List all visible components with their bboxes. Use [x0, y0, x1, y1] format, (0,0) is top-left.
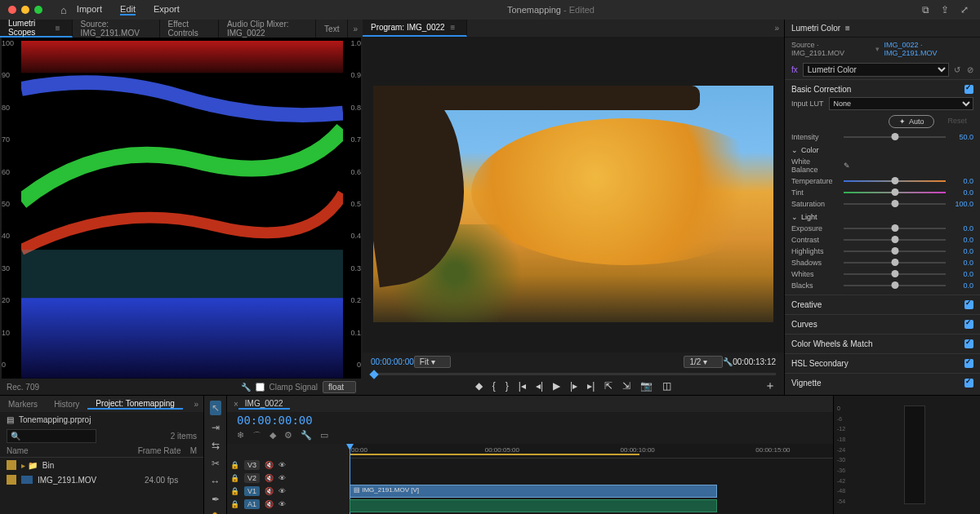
maximize-icon[interactable] — [34, 6, 42, 14]
col-name[interactable]: Name — [7, 446, 138, 455]
bypass-effect-icon[interactable]: ⊘ — [967, 65, 973, 74]
tab-project[interactable]: Project: Tonemapping — [87, 399, 183, 410]
effect-name-dropdown[interactable]: Lumetri Color — [803, 63, 949, 77]
param-value[interactable]: 0.0 — [951, 270, 973, 278]
param-slider[interactable] — [844, 239, 946, 241]
section-header[interactable]: Curves — [791, 320, 817, 329]
section-header[interactable]: Color Wheels & Match — [791, 339, 872, 348]
section-toggle[interactable] — [964, 320, 973, 329]
param-slider[interactable] — [844, 203, 946, 205]
param-value[interactable]: 0.0 — [951, 247, 973, 255]
param-value[interactable]: 0.0 — [951, 281, 973, 290]
pen-tool-icon[interactable]: ✒ — [212, 494, 220, 505]
wrench-icon[interactable]: 🔧 — [301, 430, 312, 442]
settings-wrench-icon[interactable]: 🔧 — [723, 357, 733, 366]
razor-tool-icon[interactable]: ✂ — [212, 458, 220, 469]
go-to-out-icon[interactable]: ▸| — [587, 380, 595, 392]
program-monitor[interactable] — [363, 37, 784, 352]
out-point-icon[interactable]: } — [506, 380, 509, 392]
time-ruler[interactable]: 00:00 00:00:05:00 00:00:10:00 00:00:15:0… — [350, 444, 833, 459]
snap-icon[interactable]: ❄ — [237, 430, 244, 442]
section-toggle[interactable] — [964, 359, 973, 368]
param-slider[interactable] — [844, 192, 946, 193]
project-search-input[interactable] — [7, 429, 96, 443]
resolution-dropdown[interactable]: 1/2 ▾ — [684, 356, 723, 368]
auto-button[interactable]: ✦Auto — [889, 115, 935, 128]
track-header[interactable]: 🔒V3🔇👁 — [227, 459, 350, 472]
tab-audio-mixer[interactable]: Audio Clip Mixer: IMG_0022 — [219, 20, 316, 38]
track-header[interactable]: 🔒V2🔇👁 — [227, 472, 350, 485]
clamp-signal-checkbox[interactable] — [256, 383, 265, 392]
comparison-icon[interactable]: ◫ — [662, 380, 671, 392]
tab-history[interactable]: History — [46, 400, 87, 409]
extract-icon[interactable]: ⇲ — [622, 380, 630, 392]
sequence-tab[interactable]: IMG_0022 — [238, 399, 290, 410]
step-back-icon[interactable]: ◂| — [536, 380, 543, 392]
tab-markers[interactable]: Markers — [0, 400, 46, 409]
menu-import[interactable]: Import — [77, 4, 102, 16]
project-item[interactable]: IMG_2191.MOV24.00 fps — [0, 472, 203, 487]
track-header[interactable]: 🔒V1🔇👁 — [227, 485, 350, 498]
param-slider[interactable] — [844, 228, 946, 229]
bit-depth-dropdown[interactable]: float — [323, 381, 356, 393]
param-slider[interactable] — [844, 285, 946, 286]
play-icon[interactable]: ▶ — [553, 380, 560, 392]
panel-overflow-icon[interactable]: » — [348, 24, 363, 33]
home-icon[interactable]: ⌂ — [60, 4, 67, 16]
lift-icon[interactable]: ⇱ — [604, 380, 612, 392]
track-select-icon[interactable]: ⇥ — [212, 422, 220, 433]
project-item[interactable]: ▸ 📁Bin — [0, 458, 203, 472]
wrench-icon[interactable]: 🔧 — [241, 383, 251, 392]
col-framerate[interactable]: Frame Rate — [138, 446, 190, 455]
close-icon[interactable] — [8, 6, 16, 14]
param-value[interactable]: 100.0 — [951, 200, 973, 208]
step-forward-icon[interactable]: |▸ — [570, 380, 577, 392]
basic-correction-toggle[interactable] — [964, 85, 973, 94]
reset-effect-icon[interactable]: ↺ — [954, 65, 960, 74]
slip-tool-icon[interactable]: ↔ — [211, 476, 220, 487]
tab-source[interactable]: Source: IMG_2191.MOV — [73, 20, 160, 38]
param-value[interactable]: 0.0 — [951, 188, 973, 197]
param-slider[interactable] — [844, 262, 946, 264]
minimize-icon[interactable] — [21, 6, 29, 14]
export-frame-icon[interactable]: 📷 — [640, 380, 653, 392]
tab-lumetri-scopes[interactable]: Lumetri Scopes ≡ — [0, 20, 73, 38]
track-header[interactable]: 🔒A1🔇👁 — [227, 498, 350, 511]
caption-icon[interactable]: ▭ — [320, 430, 328, 442]
linked-selection-icon[interactable]: ⌒ — [252, 430, 261, 442]
eyedropper-icon[interactable]: ✎ — [844, 162, 850, 170]
basic-correction-header[interactable]: Basic Correction — [791, 85, 851, 94]
timeline-tracks[interactable]: 00:00 00:00:05:00 00:00:10:00 00:00:15:0… — [350, 444, 833, 514]
param-slider[interactable] — [844, 250, 946, 252]
panel-overflow-icon[interactable]: » — [189, 400, 203, 409]
share-icon[interactable]: ⇪ — [941, 4, 949, 16]
video-clip[interactable]: ▤ IMG_2191.MOV [V] — [350, 485, 717, 498]
button-editor-icon[interactable]: ＋ — [764, 379, 776, 393]
caret-down-icon[interactable]: ⌄ — [791, 213, 798, 221]
reset-button[interactable]: Reset — [941, 115, 973, 128]
settings-icon[interactable]: ⚙ — [284, 430, 292, 442]
intensity-value[interactable]: 50.0 — [951, 133, 973, 141]
intensity-slider[interactable] — [844, 136, 946, 138]
section-toggle[interactable] — [964, 379, 973, 388]
selection-tool-icon[interactable]: ↖ — [210, 401, 221, 415]
timeline-timecode[interactable]: 00:00:00:00 — [227, 412, 833, 428]
menu-edit[interactable]: Edit — [120, 4, 136, 16]
section-header[interactable]: Vignette — [791, 379, 822, 388]
in-point-icon[interactable]: { — [492, 380, 496, 392]
zoom-fit-dropdown[interactable]: Fit ▾ — [414, 356, 451, 368]
param-value[interactable]: 0.0 — [951, 224, 973, 233]
section-toggle[interactable] — [964, 300, 973, 309]
program-scrubber[interactable] — [371, 373, 776, 375]
section-toggle[interactable] — [964, 339, 973, 348]
sequence-clip-link[interactable]: IMG_0022 · IMG_2191.MOV — [884, 41, 973, 57]
section-header[interactable]: Creative — [791, 300, 822, 309]
quick-export-icon[interactable]: ⧉ — [922, 4, 929, 16]
section-header[interactable]: HSL Secondary — [791, 359, 849, 368]
audio-clip[interactable] — [350, 499, 717, 512]
tab-effect-controls[interactable]: Effect Controls — [160, 20, 219, 38]
go-to-in-icon[interactable]: |◂ — [519, 380, 526, 392]
param-value[interactable]: 0.0 — [951, 177, 973, 185]
ripple-edit-icon[interactable]: ⇆ — [212, 440, 220, 451]
input-lut-dropdown[interactable]: None — [829, 97, 973, 110]
